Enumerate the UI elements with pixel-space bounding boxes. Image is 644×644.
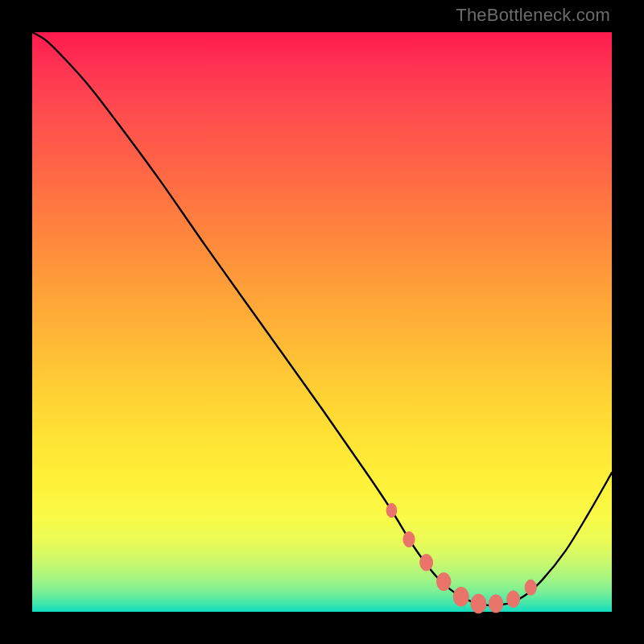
chart-stage: TheBottleneck.com — [0, 0, 644, 644]
highlight-dot — [525, 580, 536, 595]
plot-area — [32, 32, 612, 612]
highlight-dot — [420, 555, 433, 572]
highlight-dots-group — [386, 503, 536, 613]
highlight-dot — [386, 503, 397, 517]
highlight-dot — [507, 591, 520, 608]
highlight-dot — [471, 594, 486, 613]
highlight-dot — [453, 587, 469, 606]
bottleneck-curve — [32, 32, 612, 605]
highlight-dot — [436, 572, 450, 590]
highlight-dot — [489, 595, 502, 613]
chart-svg — [32, 32, 612, 612]
highlight-dot — [403, 532, 415, 547]
watermark-text: TheBottleneck.com — [456, 5, 610, 26]
